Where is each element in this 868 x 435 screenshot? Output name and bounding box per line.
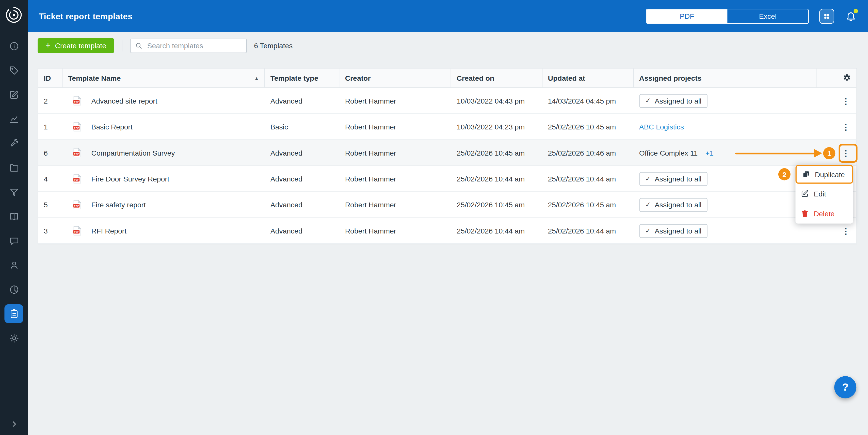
table-row: 1PDFBasic ReportBasicRobert Hammer10/03/… [38, 114, 856, 140]
column-label: Creator [345, 74, 371, 82]
apps-icon[interactable] [819, 9, 834, 24]
column-label: ID [44, 74, 51, 82]
sidebar-item-info[interactable] [4, 37, 23, 55]
column-header-id[interactable]: ID [38, 69, 62, 87]
feedback-icon [9, 236, 19, 246]
template-name-text[interactable]: RFI Report [91, 227, 127, 235]
knowledge-base-icon [9, 211, 19, 222]
cell-assigned-projects: ✓Assigned to all [633, 166, 817, 191]
column-label: Template Name [68, 74, 121, 82]
column-header-assigned-projects[interactable]: Assigned projects [633, 69, 817, 87]
column-header-creator[interactable]: Creator [340, 69, 451, 87]
menu-item-edit[interactable]: Edit [795, 184, 853, 204]
create-template-button[interactable]: + Create template [38, 38, 114, 53]
check-icon: ✓ [645, 175, 651, 182]
cell-id: 1 [38, 114, 62, 139]
check-icon: ✓ [645, 97, 651, 104]
pdf-file-icon: PDF [73, 122, 82, 132]
cell-creator: Robert Hammer [340, 114, 451, 139]
template-name-text[interactable]: Fire safety report [91, 200, 146, 209]
cell-id: 5 [38, 192, 62, 217]
column-label: Assigned projects [639, 74, 702, 82]
sidebar-item-statistics[interactable] [4, 110, 23, 128]
sidebar-item-settings[interactable] [4, 329, 23, 347]
cell-updated-at: 25/02/2026 10:46 am [542, 140, 633, 165]
pdf-file-icon: PDF [73, 200, 82, 210]
table-column-settings-icon[interactable] [843, 74, 851, 82]
sidebar-item-users[interactable] [4, 256, 23, 274]
template-name-text[interactable]: Fire Door Survey Report [91, 175, 169, 183]
assigned-project-link[interactable]: ABC Logistics [639, 123, 684, 131]
table-header-row: IDTemplate Name▲Template typeCreatorCrea… [38, 69, 856, 88]
sidebar-item-templates[interactable] [4, 304, 23, 323]
table-row: 6PDFCompartmentation SurveyAdvancedRober… [38, 140, 856, 166]
cell-creator: Robert Hammer [340, 88, 451, 113]
cell-created-on: 25/02/2026 10:44 am [451, 166, 542, 191]
pdf-file-icon: PDF [73, 174, 82, 183]
toolbar: + Create template 6 Templates [38, 38, 292, 53]
row-actions-menu-button[interactable]: ⋮ [838, 93, 854, 108]
more-projects-link[interactable]: +1 [706, 148, 714, 157]
cell-template-type: Advanced [265, 88, 340, 113]
cell-actions: ⋮ [817, 88, 857, 113]
sidebar-item-tags[interactable] [4, 61, 23, 80]
column-header-template-name[interactable]: Template Name▲ [62, 69, 265, 87]
assigned-to-all-badge[interactable]: ✓Assigned to all [639, 198, 708, 211]
plus-icon: + [45, 41, 51, 50]
cell-created-on: 25/02/2026 10:45 am [451, 192, 542, 217]
badge-label: Assigned to all [655, 200, 702, 209]
documents-icon [9, 162, 19, 173]
menu-item-delete[interactable]: Delete [795, 204, 853, 223]
badge-label: Assigned to all [655, 175, 702, 183]
app-logo-icon[interactable] [4, 6, 23, 24]
column-label: Template type [271, 74, 318, 82]
annotation-arrow [735, 153, 816, 155]
column-header-template-type[interactable]: Template type [265, 69, 340, 87]
sidebar-item-knowledge-base[interactable] [4, 207, 23, 226]
assigned-to-all-badge[interactable]: ✓Assigned to all [639, 172, 708, 186]
cell-created-on: 10/03/2022 04:43 pm [451, 88, 542, 113]
help-button[interactable]: ? [834, 376, 856, 398]
tags-icon [9, 65, 19, 75]
sidebar-item-reports[interactable] [4, 280, 23, 299]
notification-bell-icon[interactable] [845, 9, 857, 23]
annotation-step-2-badge: 2 [778, 168, 790, 180]
menu-item-duplicate[interactable]: Duplicate [795, 165, 853, 184]
search-box [130, 38, 247, 53]
top-header: Ticket report templates PDF Excel [28, 0, 868, 32]
column-header-updated-at[interactable]: Updated at [542, 69, 633, 87]
assigned-to-all-badge[interactable]: ✓Assigned to all [639, 94, 708, 107]
cell-actions: ⋮ [817, 114, 857, 139]
cell-template-type: Advanced [265, 192, 340, 217]
template-name-text[interactable]: Basic Report [91, 123, 132, 131]
column-header-created-on[interactable]: Created on [451, 69, 542, 87]
row-actions-menu-button[interactable]: ⋮ [838, 223, 854, 238]
table-row: 3PDFRFI ReportAdvancedRobert Hammer25/02… [38, 218, 856, 244]
sidebar-item-tickets[interactable] [4, 85, 23, 104]
sidebar-item-documents[interactable] [4, 158, 23, 177]
assigned-project-name: Office Complex 11 [639, 148, 698, 157]
page-title: Ticket report templates [39, 11, 132, 21]
cell-updated-at: 25/02/2026 10:44 am [542, 218, 633, 243]
template-name-text[interactable]: Compartmentation Survey [91, 148, 175, 157]
svg-text:PDF: PDF [74, 205, 79, 207]
row-context-menu: DuplicateEditDelete [795, 165, 853, 224]
row-actions-menu-button[interactable]: ⋮ [838, 119, 854, 135]
sidebar-item-feedback[interactable] [4, 231, 23, 250]
cell-template-type: Basic [265, 114, 340, 139]
cell-id: 4 [38, 166, 62, 191]
cell-template-name: PDFAdvanced site report [62, 88, 265, 113]
search-input[interactable] [146, 41, 242, 50]
pdf-file-icon: PDF [73, 226, 82, 236]
excel-toggle-button[interactable]: Excel [727, 9, 808, 23]
assigned-to-all-badge[interactable]: ✓Assigned to all [639, 224, 708, 238]
sidebar-expand-button[interactable] [0, 420, 28, 428]
sidebar-item-equipment[interactable] [4, 134, 23, 153]
cell-assigned-projects: ABC Logistics [633, 114, 817, 139]
template-name-text[interactable]: Advanced site report [91, 96, 157, 105]
cell-template-type: Advanced [265, 166, 340, 191]
sidebar-nav [0, 37, 28, 347]
svg-text:PDF: PDF [74, 153, 79, 155]
pdf-toggle-button[interactable]: PDF [647, 9, 727, 23]
sidebar-item-filter[interactable] [4, 182, 23, 201]
